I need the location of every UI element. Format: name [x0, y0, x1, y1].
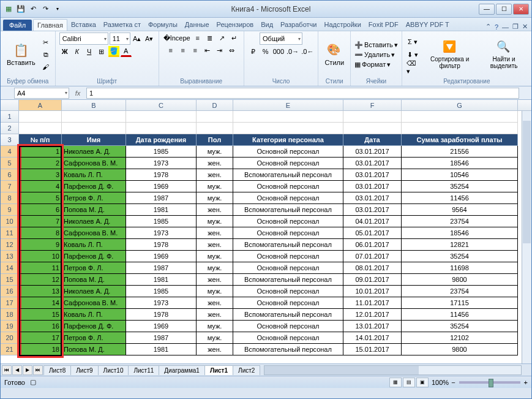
- cell-E9[interactable]: Вспомогательный персонал: [233, 204, 343, 216]
- cell-C8[interactable]: 1987: [126, 192, 197, 204]
- cell-F4[interactable]: 03.01.2017: [343, 146, 402, 158]
- cell-A11[interactable]: 8: [19, 227, 62, 239]
- row-header-16[interactable]: 16: [1, 286, 19, 297]
- cell-C5[interactable]: 1973: [126, 158, 197, 169]
- cell-A7[interactable]: 4: [19, 181, 62, 192]
- cell-D12[interactable]: жен.: [197, 239, 233, 251]
- row-header-13[interactable]: 13: [1, 251, 19, 262]
- sheet-tab-Лист10[interactable]: Лист10: [98, 365, 129, 375]
- cell-B17[interactable]: Сафронова В. М.: [62, 297, 126, 309]
- ribbon-tab-2[interactable]: Разметка ст: [100, 19, 144, 31]
- cell-F16[interactable]: 10.01.2017: [343, 286, 402, 297]
- increase-indent-icon[interactable]: ⇥: [214, 45, 225, 56]
- cell-G12[interactable]: 12821: [402, 239, 518, 251]
- cell-E8[interactable]: Основной персонал: [233, 192, 343, 204]
- cell-G14[interactable]: 11698: [402, 262, 518, 274]
- cell-G6[interactable]: 10546: [402, 169, 518, 181]
- italic-button[interactable]: К: [72, 46, 83, 57]
- cell-A12[interactable]: 9: [19, 239, 62, 251]
- cell-F19[interactable]: 13.01.2017: [343, 321, 402, 332]
- redo-icon[interactable]: ↷: [40, 4, 51, 15]
- row-header-10[interactable]: 10: [1, 216, 19, 227]
- cell-E16[interactable]: Основной персонал: [233, 286, 343, 297]
- cell-E18[interactable]: Вспомогательный персонал: [233, 309, 343, 321]
- clear-icon[interactable]: ⌫ ▾: [406, 62, 419, 73]
- ribbon-tab-0[interactable]: Главная: [33, 19, 67, 31]
- zoom-in-icon[interactable]: +: [524, 379, 528, 386]
- align-right-icon[interactable]: ≡: [190, 45, 201, 56]
- doc-minimize-icon[interactable]: —: [502, 23, 509, 31]
- cell-G2[interactable]: [402, 123, 518, 134]
- maximize-button[interactable]: ☐: [496, 4, 512, 15]
- column-header-A[interactable]: A: [19, 100, 62, 110]
- cell-F20[interactable]: 14.01.2017: [343, 332, 402, 344]
- cell-D15[interactable]: жен.: [197, 274, 233, 286]
- row-header-3[interactable]: 3: [1, 134, 19, 146]
- cell-A19[interactable]: 16: [19, 321, 62, 332]
- normal-view-icon[interactable]: ▦: [389, 378, 402, 387]
- header-cell-B[interactable]: Имя: [62, 134, 126, 146]
- row-header-1[interactable]: 1: [1, 111, 19, 123]
- cell-B16[interactable]: Николаев А. Д.: [62, 286, 126, 297]
- cell-C11[interactable]: 1973: [126, 227, 197, 239]
- cell-A4[interactable]: 1: [19, 146, 62, 158]
- cell-E21[interactable]: Вспомогательный персонал: [233, 344, 343, 355]
- cell-E1[interactable]: [233, 111, 343, 123]
- cell-B8[interactable]: Петров Ф. Л.: [62, 192, 126, 204]
- cell-C17[interactable]: 1973: [126, 297, 197, 309]
- cell-D6[interactable]: жен.: [197, 169, 233, 181]
- header-cell-C[interactable]: Дата рождения: [126, 134, 197, 146]
- cell-C20[interactable]: 1987: [126, 332, 197, 344]
- cell-B20[interactable]: Петров Ф. Л.: [62, 332, 126, 344]
- close-button[interactable]: ✕: [513, 4, 529, 15]
- page-layout-view-icon[interactable]: ▤: [403, 378, 415, 387]
- cell-E5[interactable]: Основной персонал: [233, 158, 343, 169]
- ribbon-tab-7[interactable]: Разработчи: [277, 19, 320, 31]
- column-header-B[interactable]: B: [62, 100, 126, 110]
- cell-A16[interactable]: 13: [19, 286, 62, 297]
- column-header-G[interactable]: G: [402, 100, 518, 110]
- row-header-11[interactable]: 11: [1, 227, 19, 239]
- cell-C21[interactable]: 1981: [126, 344, 197, 355]
- autosum-icon[interactable]: Σ ▾: [406, 36, 419, 47]
- align-center-icon[interactable]: ≡: [178, 45, 189, 56]
- sheet-tab-Лист1[interactable]: Лист1: [204, 365, 233, 375]
- decrease-indent-icon[interactable]: ⇤: [202, 45, 213, 56]
- cell-D13[interactable]: муж.: [197, 251, 233, 262]
- ribbon-tab-3[interactable]: Формулы: [144, 19, 181, 31]
- fill-color-icon[interactable]: 🪣: [108, 46, 119, 57]
- zoom-slider[interactable]: [459, 381, 520, 384]
- cell-B21[interactable]: Попова М. Д.: [62, 344, 126, 355]
- ribbon-tab-4[interactable]: Данные: [181, 19, 213, 31]
- cell-E14[interactable]: Основной персонал: [233, 262, 343, 274]
- find-select-button[interactable]: 🔍 Найти и выделить: [480, 39, 528, 70]
- percent-icon[interactable]: %: [260, 46, 271, 57]
- macro-record-icon[interactable]: ▢: [30, 378, 36, 386]
- undo-icon[interactable]: ↶: [28, 4, 39, 15]
- cell-C12[interactable]: 1978: [126, 239, 197, 251]
- cell-C19[interactable]: 1969: [126, 321, 197, 332]
- sheet-nav-first-icon[interactable]: ⏮: [2, 365, 12, 375]
- cell-E4[interactable]: Основной персонал: [233, 146, 343, 158]
- cell-G21[interactable]: 9800: [402, 344, 518, 355]
- cell-B14[interactable]: Петров Ф. Л.: [62, 262, 126, 274]
- cell-A15[interactable]: 12: [19, 274, 62, 286]
- cell-B10[interactable]: Николаев А. Д.: [62, 216, 126, 227]
- row-header-6[interactable]: 6: [1, 169, 19, 181]
- align-top-icon[interactable]: �începe: [163, 32, 191, 44]
- sheet-tab-Лист9[interactable]: Лист9: [70, 365, 98, 375]
- row-header-12[interactable]: 12: [1, 239, 19, 251]
- delete-cells-button[interactable]: ➖Удалить ▾: [354, 51, 398, 59]
- row-header-8[interactable]: 8: [1, 192, 19, 204]
- cell-F7[interactable]: 03.01.2017: [343, 181, 402, 192]
- zoom-out-icon[interactable]: −: [451, 379, 455, 386]
- page-break-view-icon[interactable]: ▣: [416, 378, 429, 387]
- shrink-font-icon[interactable]: A▾: [144, 33, 155, 44]
- cut-icon[interactable]: ✂: [40, 37, 51, 48]
- cell-B4[interactable]: Николаев А. Д.: [62, 146, 126, 158]
- help-icon[interactable]: ?: [495, 23, 498, 31]
- cell-D21[interactable]: жен.: [197, 344, 233, 355]
- cell-E17[interactable]: Основной персонал: [233, 297, 343, 309]
- cell-B6[interactable]: Коваль Л. П.: [62, 169, 126, 181]
- cell-B15[interactable]: Попова М. Д.: [62, 274, 126, 286]
